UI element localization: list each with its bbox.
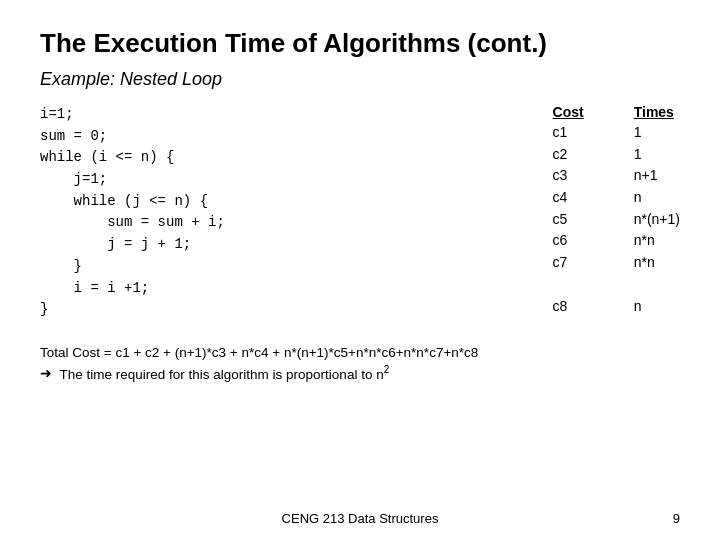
times-n1: n+1 (634, 165, 680, 187)
times-column: Times 1 1 n+1 n n*(n+1) n*n n*n n (634, 104, 680, 339)
times-n: n (634, 187, 680, 209)
times-n2: n (634, 296, 680, 318)
superscript: 2 (384, 364, 390, 375)
cost-column: Cost c1 c2 c3 c4 c5 c6 c7 c8 (553, 104, 584, 339)
cost-c3: c3 (553, 165, 584, 187)
times-1b: 1 (634, 144, 680, 166)
cost-c2: c2 (553, 144, 584, 166)
total-cost-line: Total Cost = c1 + c2 + (n+1)*c3 + n*c4 +… (40, 345, 680, 360)
slide-subtitle: Example: Nested Loop (40, 69, 680, 90)
footer: CENG 213 Data Structures (0, 511, 720, 526)
cost-c5: c5 (553, 209, 584, 231)
times-header: Times (634, 104, 680, 120)
slide: The Execution Time of Algorithms (cont.)… (0, 0, 720, 540)
cost-header: Cost (553, 104, 584, 120)
cost-c7: c7 (553, 252, 584, 274)
cost-blank2 (553, 317, 584, 339)
times-blank1 (634, 274, 680, 296)
cost-c8: c8 (553, 296, 584, 318)
cost-c6: c6 (553, 230, 584, 252)
times-nn-a: n*n (634, 230, 680, 252)
cost-times-table: Cost c1 c2 c3 c4 c5 c6 c7 c8 Times 1 1 n… (553, 104, 680, 339)
cost-c1: c1 (553, 122, 584, 144)
times-1a: 1 (634, 122, 680, 144)
footer-page: 9 (673, 511, 680, 526)
footer-center: CENG 213 Data Structures (282, 511, 439, 526)
arrow-line: ➜ The time required for this algorithm i… (40, 364, 680, 382)
cost-c4: c4 (553, 187, 584, 209)
slide-title: The Execution Time of Algorithms (cont.) (40, 28, 680, 59)
arrow-text: The time required for this algorithm is … (56, 364, 389, 382)
times-nn1: n*(n+1) (634, 209, 680, 231)
times-blank2 (634, 317, 680, 339)
arrow-icon: ➜ (40, 365, 52, 381)
content-area: i=1; sum = 0; while (i <= n) { j=1; whil… (40, 104, 680, 339)
cost-blank1 (553, 274, 584, 296)
times-nn-b: n*n (634, 252, 680, 274)
code-block: i=1; sum = 0; while (i <= n) { j=1; whil… (40, 104, 553, 321)
